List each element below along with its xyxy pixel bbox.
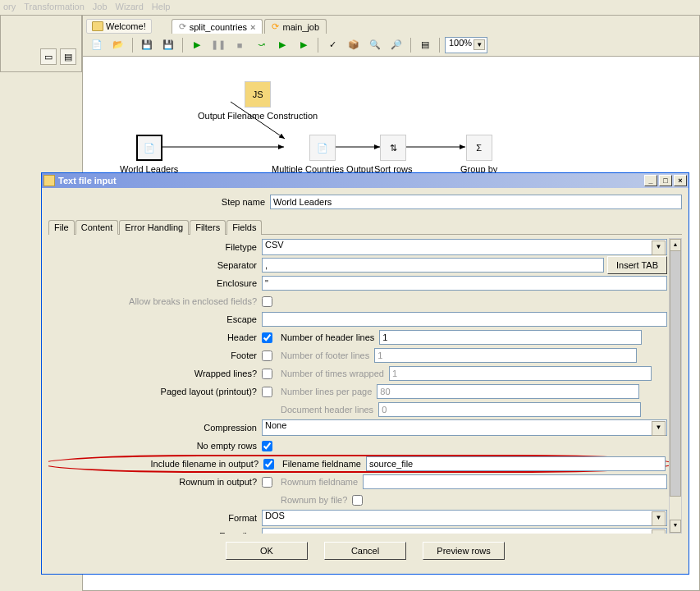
filetype-label: Filetype bbox=[48, 242, 262, 252]
dialog-icon bbox=[43, 175, 55, 186]
node-group-by[interactable]: Σ Group by bbox=[460, 135, 497, 174]
node-output-filename[interactable]: JS Output Filename Construction bbox=[198, 81, 318, 121]
allow-breaks-checkbox[interactable] bbox=[262, 296, 272, 307]
footer-lines-input[interactable] bbox=[374, 348, 637, 363]
menu-item[interactable]: Transformation bbox=[24, 2, 85, 13]
menubar: ory Transformation Job Wizard Help bbox=[0, 0, 700, 15]
subtabs: File Content Error Handling Filters Fiel… bbox=[48, 219, 682, 235]
pause-icon[interactable]: ❚❚ bbox=[209, 36, 227, 54]
rownum-fieldname-input[interactable] bbox=[363, 474, 667, 489]
paged-lines-label: Number lines per page bbox=[281, 387, 372, 396]
header-lines-input[interactable] bbox=[379, 330, 642, 345]
step-name-label: Step name bbox=[48, 197, 270, 207]
step-name-input[interactable] bbox=[270, 195, 682, 209]
tab-fields[interactable]: Fields bbox=[226, 220, 262, 235]
include-filename-checkbox[interactable] bbox=[263, 459, 274, 470]
panel-icon[interactable]: ▭ bbox=[40, 48, 57, 65]
tab-main-job[interactable]: ⟳ main_job bbox=[264, 19, 327, 34]
wrapped-times-label: Number of times wrapped bbox=[281, 369, 384, 378]
node-label: Output Filename Construction bbox=[198, 111, 318, 121]
encoding-select[interactable] bbox=[262, 528, 667, 534]
escape-label: Escape bbox=[48, 314, 262, 324]
noempty-checkbox[interactable] bbox=[262, 441, 272, 451]
paged-checkbox[interactable] bbox=[262, 387, 272, 397]
save-icon[interactable]: 💾 bbox=[138, 36, 156, 54]
wrapped-label: Wrapped lines? bbox=[48, 369, 262, 378]
footer-checkbox[interactable] bbox=[262, 350, 272, 361]
preview-icon[interactable]: ⤻ bbox=[252, 36, 270, 54]
show-results-icon[interactable]: ▤ bbox=[416, 36, 434, 54]
preview-rows-button[interactable]: Preview rows bbox=[423, 542, 505, 560]
ok-button[interactable]: OK bbox=[226, 542, 308, 560]
enclosure-label: Enclosure bbox=[48, 278, 262, 288]
node-sort-rows[interactable]: ⇅ Sort rows bbox=[374, 135, 412, 174]
rownum-checkbox[interactable] bbox=[262, 477, 272, 488]
welcome-tab[interactable]: Welcome! bbox=[86, 19, 152, 34]
menu-item[interactable]: ory bbox=[3, 2, 16, 13]
tab-content[interactable]: Content bbox=[75, 220, 119, 235]
wrapped-times-input[interactable] bbox=[389, 366, 652, 381]
impact-icon[interactable]: 📦 bbox=[345, 36, 363, 54]
new-icon[interactable]: 📄 bbox=[88, 36, 106, 54]
doc-header-input[interactable] bbox=[378, 402, 641, 417]
group-icon: Σ bbox=[466, 135, 492, 161]
cancel-button[interactable]: Cancel bbox=[324, 542, 406, 560]
menu-item[interactable]: Job bbox=[93, 2, 108, 13]
close-icon[interactable]: × bbox=[250, 22, 255, 32]
titlebar[interactable]: Text file input _ □ × bbox=[42, 173, 689, 188]
toolbar: 📄 📂 💾 💾 ▶ ❚❚ ■ ⤻ ▶ ▶ ✓ 📦 🔍 🔎 ▤ 100% bbox=[83, 34, 699, 57]
run-icon[interactable]: ▶ bbox=[188, 36, 206, 54]
tab-label: split_countries bbox=[190, 22, 247, 32]
tab-split-countries[interactable]: ⟳ split_countries × bbox=[172, 19, 263, 34]
dialog-title: Text file input bbox=[58, 176, 117, 186]
minimize-button[interactable]: _ bbox=[644, 175, 657, 186]
welcome-label: Welcome! bbox=[106, 21, 146, 31]
format-label: Format bbox=[48, 513, 262, 523]
enclosure-input[interactable] bbox=[262, 276, 667, 291]
paged-lines-input[interactable] bbox=[377, 384, 639, 399]
panel-icon[interactable]: ▤ bbox=[60, 48, 76, 65]
tab-filters[interactable]: Filters bbox=[190, 220, 226, 235]
insert-tab-button[interactable]: Insert TAB bbox=[607, 256, 667, 274]
close-button[interactable]: × bbox=[674, 175, 687, 186]
debug-icon[interactable]: ▶ bbox=[273, 36, 291, 54]
separator-input[interactable] bbox=[262, 258, 604, 273]
tab-error-handling[interactable]: Error Handling bbox=[119, 220, 189, 235]
vertical-scrollbar[interactable] bbox=[669, 238, 682, 534]
maximize-button[interactable]: □ bbox=[659, 175, 672, 186]
sql-icon[interactable]: 🔍 bbox=[366, 36, 384, 54]
filename-fieldname-label: Filename fieldname bbox=[282, 459, 361, 469]
replay-icon[interactable]: ▶ bbox=[295, 36, 313, 54]
format-select[interactable]: DOS bbox=[262, 510, 667, 526]
check-icon[interactable]: ✓ bbox=[323, 36, 341, 54]
wrapped-checkbox[interactable] bbox=[262, 369, 272, 379]
compression-select[interactable]: None bbox=[262, 419, 667, 436]
menu-item[interactable]: Wizard bbox=[116, 2, 144, 13]
compression-label: Compression bbox=[48, 423, 262, 433]
node-world-leaders[interactable]: 📄 World Leaders bbox=[120, 135, 178, 174]
tabs-row: Welcome! ⟳ split_countries × ⟳ main_job bbox=[83, 16, 699, 34]
transform-icon: ⟳ bbox=[179, 21, 186, 32]
escape-input[interactable] bbox=[262, 312, 667, 327]
rownum-byfile-checkbox[interactable] bbox=[352, 495, 363, 506]
footer-label: Footer bbox=[48, 350, 262, 360]
stop-icon[interactable]: ■ bbox=[231, 36, 249, 54]
zoom-select[interactable]: 100% bbox=[445, 37, 487, 53]
encoding-label: Encoding bbox=[48, 531, 262, 534]
filetype-select[interactable]: CSV bbox=[262, 239, 667, 255]
header-checkbox[interactable] bbox=[262, 332, 272, 343]
rownum-fieldname-label: Rownum fieldname bbox=[281, 477, 358, 487]
menu-item[interactable]: Help bbox=[152, 2, 171, 13]
filename-fieldname-input[interactable] bbox=[366, 456, 666, 471]
explore-icon[interactable]: 🔎 bbox=[387, 36, 405, 54]
paged-label: Paged layout (printout)? bbox=[48, 387, 262, 396]
node-multiple-countries[interactable]: 📄 Multiple Countries Output bbox=[272, 135, 373, 174]
saveall-icon[interactable]: 💾 bbox=[159, 36, 177, 54]
doc-header-label: Document header lines bbox=[281, 405, 373, 415]
js-icon: JS bbox=[245, 81, 271, 108]
tab-file[interactable]: File bbox=[48, 220, 75, 235]
open-icon[interactable]: 📂 bbox=[109, 36, 127, 54]
separator-label: Separator bbox=[48, 260, 262, 270]
noempty-label: No empty rows bbox=[48, 441, 262, 451]
include-filename-label: Include filename in output? bbox=[50, 459, 263, 469]
